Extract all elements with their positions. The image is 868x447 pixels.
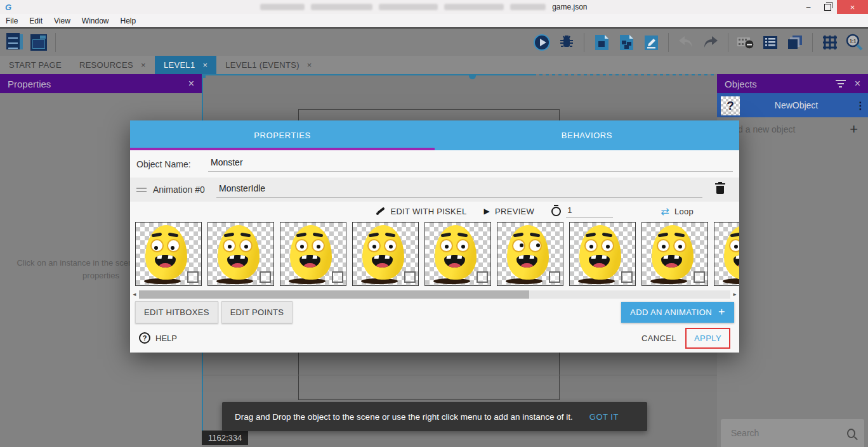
search-icon [847, 429, 855, 438]
frame-checkbox[interactable] [404, 271, 416, 283]
start-page-button[interactable] [29, 32, 48, 53]
time-between-frames-input[interactable]: 1 [566, 205, 613, 218]
toolbar-divider [55, 33, 56, 52]
open-scene-button[interactable] [592, 32, 611, 53]
scene-selection-corner-handle[interactable] [202, 74, 206, 78]
cursor-coordinates-badge: 1162;334 [202, 431, 248, 445]
frame-checkbox[interactable] [694, 271, 705, 283]
undo-button[interactable] [676, 32, 695, 53]
menu-bar: File Edit View Window Help [0, 14, 868, 27]
tab-close-icon[interactable]: × [202, 60, 207, 70]
close-window-button[interactable]: × [837, 0, 868, 14]
redacted-path-segment [260, 4, 305, 10]
tab-level1[interactable]: LEVEL1 × [155, 56, 216, 74]
close-icon[interactable]: × [855, 78, 860, 89]
frame-checkbox[interactable] [621, 271, 633, 283]
instances-list-button[interactable] [761, 32, 780, 53]
object-name-row: Object Name: Monster [130, 150, 739, 178]
frame-checkbox[interactable] [549, 271, 560, 283]
drag-handle-icon[interactable] [136, 188, 147, 192]
project-manager-button[interactable] [5, 32, 24, 53]
play-icon [533, 34, 551, 51]
scrollbar-thumb[interactable] [139, 290, 529, 299]
animation-frame-8[interactable] [641, 222, 708, 286]
edit-hitboxes-button[interactable]: EDIT HITBOXES [135, 301, 218, 323]
animation-frame-5[interactable] [424, 222, 491, 286]
object-list-item-newobject[interactable]: ? NewObject ⋮ [717, 93, 868, 117]
open-objects-button[interactable] [617, 32, 636, 53]
animation-index-label: Animation #0 [153, 185, 216, 195]
menu-edit[interactable]: Edit [23, 16, 48, 25]
help-button[interactable]: ? HELP [139, 332, 177, 344]
objects-search-box[interactable] [721, 419, 864, 447]
layers-button[interactable] [786, 32, 805, 53]
snackbar-message: Drag and Drop the object to the scene or… [235, 412, 573, 422]
minimize-button[interactable]: – [799, 0, 818, 14]
frame-checkbox[interactable] [260, 271, 271, 283]
edit-file-icon [643, 34, 659, 51]
animation-frame-6[interactable] [497, 222, 563, 286]
edit-events-button[interactable] [641, 32, 661, 53]
object-name-input[interactable]: Monster [208, 156, 733, 172]
redo-button[interactable] [701, 32, 720, 53]
menu-help[interactable]: Help [115, 16, 142, 25]
toggle-mask-button[interactable] [736, 32, 755, 53]
editor-tab-bar: START PAGE RESOURCES × LEVEL1 × LEVEL1 (… [0, 56, 868, 74]
menu-window[interactable]: Window [76, 16, 115, 25]
cancel-button[interactable]: CANCEL [635, 328, 683, 348]
frame-checkbox[interactable] [332, 271, 343, 283]
redacted-path-segment [311, 4, 372, 10]
edit-with-piskel-button[interactable]: EDIT WITH PISKEL [376, 207, 466, 216]
redacted-path-segment [510, 4, 546, 10]
toggle-grid-button[interactable] [820, 32, 839, 53]
animation-frame-2[interactable] [207, 222, 274, 286]
got-it-button[interactable]: GOT IT [589, 412, 619, 422]
object-name-label: NewObject [740, 100, 853, 110]
gdevelop-logo-icon: G [5, 3, 11, 12]
animation-frame-3[interactable] [280, 222, 346, 286]
preview-button[interactable]: ▶ PREVIEW [484, 207, 535, 216]
redo-icon [702, 36, 719, 49]
dialog-tab-properties[interactable]: PROPERTIES [130, 120, 435, 150]
tab-start-page[interactable]: START PAGE [0, 56, 70, 74]
animation-frame-1[interactable] [135, 222, 202, 286]
filter-icon[interactable] [836, 80, 846, 87]
animation-frame-4[interactable] [352, 222, 419, 286]
window-title-path: game.json [260, 3, 587, 11]
scene-selection-top-handle[interactable] [469, 74, 476, 79]
scene-selection-border [202, 74, 533, 75]
preview-play-button[interactable] [532, 32, 551, 53]
scrollbar-track[interactable] [139, 290, 730, 299]
frame-checkbox[interactable] [187, 271, 199, 283]
debug-button[interactable] [557, 32, 576, 53]
object-menu-dots-icon[interactable]: ⋮ [853, 100, 868, 112]
frames-scrollbar: ◄ ► [130, 290, 739, 299]
tab-level1-events[interactable]: LEVEL1 (EVENTS) × [216, 56, 320, 74]
animation-frame-7[interactable] [569, 222, 636, 286]
search-input[interactable] [730, 427, 847, 439]
grid-icon [822, 34, 838, 51]
close-icon[interactable]: × [188, 78, 194, 89]
scroll-right-arrow-icon[interactable]: ► [730, 292, 739, 297]
menu-view[interactable]: View [48, 16, 76, 25]
apply-button[interactable]: APPLY [687, 329, 729, 347]
menu-file[interactable]: File [0, 16, 23, 25]
animation-frame-9[interactable] [714, 222, 739, 286]
tab-close-icon[interactable]: × [307, 60, 312, 70]
dialog-tab-behaviors[interactable]: BEHAVIORS [435, 120, 739, 150]
instances-list-icon [762, 35, 779, 50]
scene-file-icon [593, 34, 610, 51]
frame-checkbox[interactable] [477, 271, 488, 283]
tab-resources[interactable]: RESOURCES × [70, 56, 155, 74]
layers-icon [787, 34, 803, 51]
add-animation-button[interactable]: ADD AN ANIMATION + [621, 302, 734, 323]
scroll-left-arrow-icon[interactable]: ◄ [130, 292, 139, 297]
zoom-reset-button[interactable]: 1:1 [845, 32, 864, 53]
loop-toggle[interactable]: ⇄ Loop [661, 205, 694, 217]
edit-points-button[interactable]: EDIT POINTS [221, 301, 293, 323]
restore-button[interactable] [818, 0, 837, 14]
animation-name-input[interactable]: MonsterIdle [216, 182, 702, 198]
add-new-object-button[interactable]: Add a new object + [717, 117, 868, 141]
tab-close-icon[interactable]: × [141, 60, 146, 70]
delete-animation-icon[interactable] [716, 186, 724, 194]
